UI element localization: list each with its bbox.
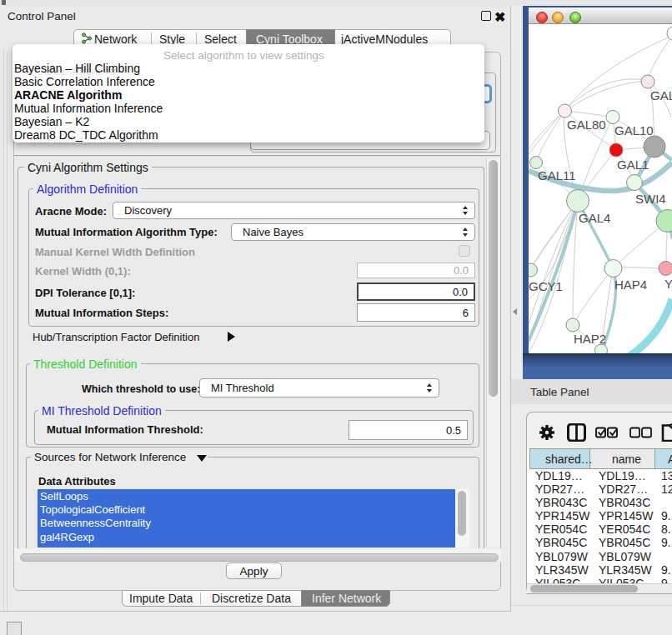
svg-text:GAL10: GAL10 (614, 123, 654, 138)
svg-text:HAP2: HAP2 (574, 332, 606, 346)
svg-text:GAL4: GAL4 (579, 211, 610, 225)
svg-text:GAL7: GAL7 (650, 88, 672, 102)
svg-text:GAL80: GAL80 (567, 118, 606, 132)
svg-text:SWI4: SWI4 (635, 192, 666, 206)
svg-text:GAL1: GAL1 (617, 158, 649, 172)
svg-text:Y: Y (664, 277, 672, 291)
svg-text:HAP4: HAP4 (614, 278, 647, 292)
svg-text:GAL11: GAL11 (538, 168, 576, 182)
svg-text:GCY1: GCY1 (529, 279, 563, 293)
